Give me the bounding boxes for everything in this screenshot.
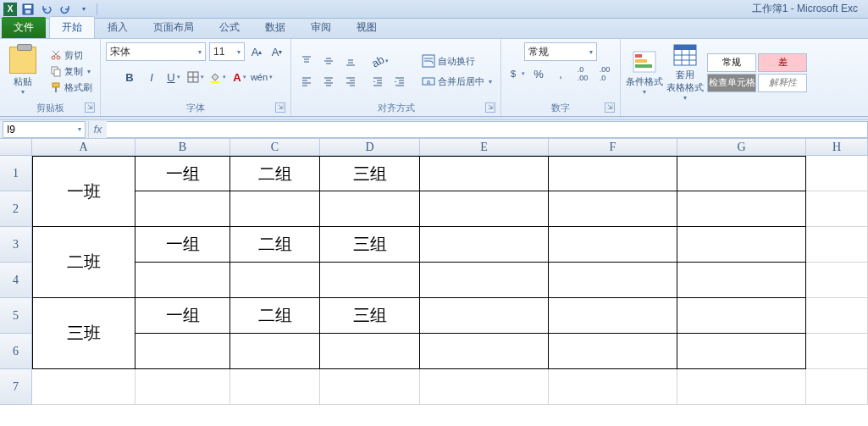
align-bottom-button[interactable]	[340, 52, 361, 70]
cell-A3[interactable]: 二班	[32, 227, 135, 298]
wrap-text-button[interactable]: 自动换行	[418, 52, 495, 70]
formula-input[interactable]	[107, 121, 868, 138]
cell-F4[interactable]	[549, 263, 677, 298]
cell-E5[interactable]	[420, 298, 549, 334]
cell-F2[interactable]	[549, 191, 677, 227]
cell-H3[interactable]	[806, 227, 868, 263]
tab-view[interactable]: 视图	[344, 16, 390, 38]
font-size-combo[interactable]: 11▾	[209, 42, 245, 61]
row-header-7[interactable]: 7	[0, 369, 32, 405]
clipboard-launcher-icon[interactable]: ⇲	[85, 102, 95, 113]
cell-G2[interactable]	[677, 191, 806, 227]
cell-H1[interactable]	[806, 156, 868, 191]
cell-H4[interactable]	[806, 263, 868, 298]
align-left-button[interactable]	[296, 72, 317, 91]
cell-E7[interactable]	[420, 369, 549, 405]
style-normal[interactable]: 常规	[707, 53, 756, 72]
phonetic-button[interactable]: wén▾	[252, 68, 272, 86]
style-check-cell[interactable]: 检查单元格	[707, 74, 756, 92]
format-as-table-button[interactable]: 套用 表格格式▾	[666, 43, 704, 102]
align-right-button[interactable]	[340, 72, 361, 91]
merge-center-button[interactable]: a合并后居中▾	[418, 72, 495, 91]
font-color-button[interactable]: A▾	[229, 68, 250, 86]
tab-insert[interactable]: 插入	[95, 16, 141, 38]
cell-B3[interactable]: 一组	[135, 227, 230, 263]
col-header-E[interactable]: E	[420, 139, 549, 156]
cell-B2[interactable]	[135, 191, 230, 227]
cell-D1[interactable]: 三组	[320, 156, 420, 191]
col-header-D[interactable]: D	[320, 139, 420, 156]
tab-formulas[interactable]: 公式	[207, 16, 252, 38]
tab-review[interactable]: 审阅	[298, 16, 344, 38]
cell-C2[interactable]	[230, 191, 320, 227]
cell-G4[interactable]	[677, 263, 806, 298]
cell-C7[interactable]	[230, 369, 320, 405]
italic-button[interactable]: I	[141, 68, 162, 86]
percent-button[interactable]: %	[528, 64, 549, 83]
paste-button[interactable]: 粘贴 ▾	[5, 47, 41, 96]
align-top-button[interactable]	[296, 52, 317, 70]
bold-button[interactable]: B	[119, 68, 140, 86]
cell-B5[interactable]: 一组	[135, 298, 230, 334]
cell-A5[interactable]: 三班	[32, 298, 135, 369]
cell-G6[interactable]	[677, 334, 806, 369]
cell-A1[interactable]: 一班	[32, 156, 135, 227]
align-center-button[interactable]	[318, 72, 339, 91]
increase-font-button[interactable]: A▴	[248, 42, 265, 61]
format-painter-button[interactable]: 格式刷	[47, 80, 95, 95]
cell-D3[interactable]: 三组	[320, 227, 420, 263]
cell-C3[interactable]: 二组	[230, 227, 320, 263]
row-header-5[interactable]: 5	[0, 298, 32, 334]
fill-color-button[interactable]: ▾	[207, 68, 228, 86]
cell-E6[interactable]	[420, 334, 549, 369]
row-header-3[interactable]: 3	[0, 227, 32, 263]
tab-home[interactable]: 开始	[49, 16, 95, 38]
number-format-combo[interactable]: 常规▾	[524, 42, 597, 61]
cell-C1[interactable]: 二组	[230, 156, 320, 191]
comma-button[interactable]: ,	[550, 64, 571, 83]
cell-B1[interactable]: 一组	[135, 156, 230, 191]
decrease-font-button[interactable]: A▾	[268, 42, 285, 61]
cell-H6[interactable]	[806, 334, 868, 369]
decrease-decimal-button[interactable]: .00.0	[594, 64, 615, 83]
cell-E1[interactable]	[420, 156, 549, 191]
cell-G1[interactable]	[677, 156, 806, 191]
cell-G5[interactable]	[677, 298, 806, 334]
qat-dropdown-icon[interactable]: ▾	[76, 2, 91, 17]
cell-G7[interactable]	[677, 369, 806, 405]
cell-B7[interactable]	[135, 369, 230, 405]
cell-H5[interactable]	[806, 298, 868, 334]
tab-data[interactable]: 数据	[252, 16, 298, 38]
orientation-button[interactable]: ab▾	[368, 52, 393, 70]
row-header-4[interactable]: 4	[0, 263, 32, 298]
increase-decimal-button[interactable]: .0.00	[572, 64, 593, 83]
style-explanatory[interactable]: 解释性	[758, 74, 807, 92]
cell-F5[interactable]	[549, 298, 677, 334]
decrease-indent-button[interactable]	[368, 72, 388, 91]
increase-indent-button[interactable]	[390, 72, 410, 91]
copy-button[interactable]: 复制▾	[47, 64, 95, 79]
cell-F1[interactable]	[549, 156, 677, 191]
redo-icon[interactable]	[58, 2, 73, 17]
col-header-C[interactable]: C	[230, 139, 320, 156]
row-header-1[interactable]: 1	[0, 156, 32, 191]
cell-B6[interactable]	[135, 334, 230, 369]
cell-D7[interactable]	[320, 369, 420, 405]
cell-C6[interactable]	[230, 334, 320, 369]
conditional-format-button[interactable]: 条件格式 ▾	[626, 50, 663, 96]
cell-D6[interactable]	[320, 334, 420, 369]
fx-button[interactable]: fx	[88, 121, 107, 138]
col-header-A[interactable]: A	[32, 139, 135, 156]
file-tab[interactable]: 文件	[2, 17, 46, 38]
col-header-H[interactable]: H	[806, 139, 868, 156]
cell-F7[interactable]	[549, 369, 677, 405]
font-name-combo[interactable]: 宋体▾	[106, 42, 206, 61]
cell-C5[interactable]: 二组	[230, 298, 320, 334]
cell-B4[interactable]	[135, 263, 230, 298]
cell-C4[interactable]	[230, 263, 320, 298]
cell-G3[interactable]	[677, 227, 806, 263]
cell-A7[interactable]	[32, 369, 135, 405]
cell-E2[interactable]	[420, 191, 549, 227]
cell-D5[interactable]: 三组	[320, 298, 420, 334]
number-launcher-icon[interactable]: ⇲	[605, 102, 615, 113]
